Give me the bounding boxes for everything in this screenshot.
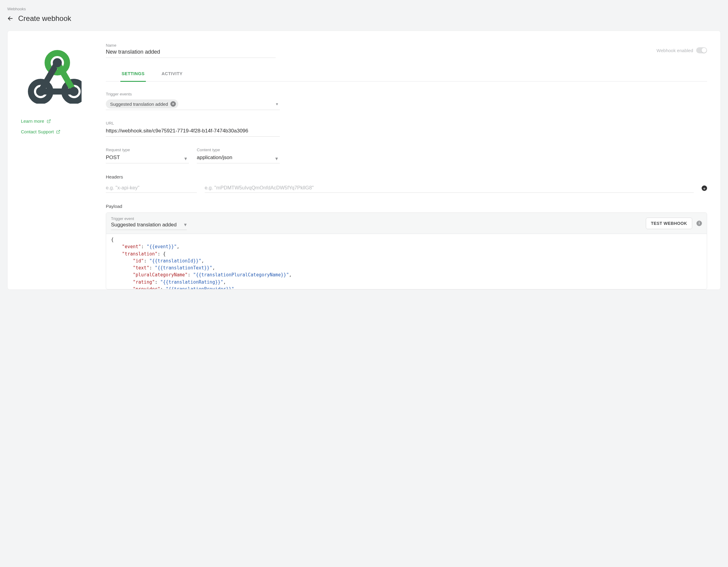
link-label: Learn more (21, 119, 44, 124)
svg-point-9 (69, 87, 79, 96)
name-label: Name (106, 43, 276, 48)
back-arrow-icon[interactable] (7, 15, 13, 22)
contact-support-link[interactable]: Contact Support (21, 129, 60, 134)
chevron-down-icon[interactable]: ▾ (184, 156, 187, 162)
url-label: URL (106, 121, 280, 126)
payload-trigger-select[interactable]: Trigger event Suggested translation adde… (111, 217, 187, 230)
learn-more-link[interactable]: Learn more (21, 119, 51, 124)
trigger-event-chip: Suggested translation added ✕ (106, 99, 178, 109)
enabled-label: Webhook enabled (656, 48, 693, 53)
header-value-input[interactable] (205, 183, 694, 193)
svg-line-10 (49, 119, 50, 121)
url-input[interactable]: https://webhook.site/c9e75921-7719-4f28-… (106, 127, 280, 137)
external-link-icon (56, 130, 60, 134)
payload-editor[interactable]: { "event": "{{event}}", "translation": {… (106, 234, 707, 289)
test-webhook-button[interactable]: TEST WEBHOOK (646, 218, 692, 229)
tab-activity[interactable]: ACTIVITY (160, 71, 184, 81)
breadcrumb[interactable]: Webhooks (7, 7, 721, 11)
trigger-events-label: Trigger events (106, 92, 280, 96)
webhook-logo-icon (21, 46, 82, 105)
payload-label: Payload (106, 204, 707, 209)
svg-point-8 (36, 87, 45, 96)
trigger-events-input[interactable]: Suggested translation added ✕ ▾ (106, 98, 280, 110)
chevron-down-icon[interactable]: ▾ (275, 156, 278, 162)
chip-remove-icon[interactable]: ✕ (170, 101, 176, 107)
link-label: Contact Support (21, 129, 54, 134)
content-type-select[interactable]: application/json ▾ (197, 154, 280, 163)
request-type-select[interactable]: POST ▾ (106, 154, 189, 163)
chip-label: Suggested translation added (110, 102, 168, 107)
chevron-down-icon: ▾ (184, 222, 187, 228)
info-icon[interactable]: i (696, 221, 702, 226)
svg-line-11 (58, 130, 60, 132)
external-link-icon (47, 119, 51, 123)
request-type-label: Request type (106, 148, 189, 152)
enabled-toggle[interactable] (696, 47, 707, 53)
header-key-input[interactable] (106, 183, 197, 193)
svg-point-7 (53, 58, 62, 67)
page-title: Create webhook (18, 14, 71, 23)
chevron-down-icon[interactable]: ▾ (276, 102, 278, 106)
headers-label: Headers (106, 174, 707, 180)
payload-trigger-label: Trigger event (111, 217, 187, 221)
tab-settings[interactable]: SETTINGS (120, 71, 146, 82)
add-header-button[interactable]: + (702, 186, 707, 191)
content-type-label: Content type (197, 148, 280, 152)
name-input[interactable]: New translation added (106, 49, 276, 58)
